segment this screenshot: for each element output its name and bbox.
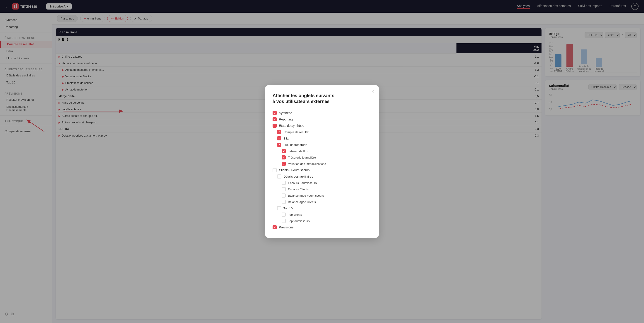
checkbox-etats-synthese[interactable] (272, 124, 277, 128)
label-etats-synthese: États de synthèse (279, 124, 304, 128)
checkbox-encours-fournisseurs[interactable] (282, 181, 286, 185)
modal-item-etats-synthese[interactable]: États de synthèse (272, 122, 372, 129)
modal-item-compte-resultat[interactable]: Compte de résultat (272, 129, 372, 135)
label-top-fournisseurs: Top fournisseurs (288, 219, 310, 223)
label-encours-fournisseurs: Encours Fournisseurs (288, 181, 316, 185)
checkbox-top-fournisseurs[interactable] (282, 219, 286, 223)
checkbox-balance-agee-clients[interactable] (282, 200, 286, 204)
modal-item-balance-agee-clients[interactable]: Balance âgée Clients (272, 199, 372, 205)
checkbox-details-auxiliaires[interactable] (277, 174, 281, 178)
label-details-auxiliaires: Détails des auxiliaires (284, 175, 313, 178)
checkbox-top10[interactable] (277, 206, 281, 210)
checkbox-variation-immobilisations[interactable] (282, 162, 286, 166)
label-bilan: Bilan (284, 137, 290, 140)
label-clients-fournisseurs: Clients / Fournisseurs (279, 168, 310, 172)
label-compte-resultat: Compte de résultat (284, 130, 309, 134)
modal-item-tableau-flux[interactable]: Tableau de flux (272, 148, 372, 154)
modal-item-clients-fournisseurs[interactable]: Clients / Fournisseurs (272, 167, 372, 173)
share-modal: × Afficher les onglets suivantsà vos uti… (265, 85, 379, 238)
checkbox-tresorerie-journaliere[interactable] (282, 156, 286, 160)
modal-item-variation-immobilisations[interactable]: Variation des immobilisations (272, 160, 372, 167)
checkbox-synthese[interactable] (272, 111, 277, 115)
modal-item-tresorerie-journaliere[interactable]: Trésorerie journalière (272, 154, 372, 160)
checkbox-compte-resultat[interactable] (277, 130, 281, 134)
label-tableau-flux: Tableau de flux (288, 150, 308, 153)
label-top-clients: Top clients (288, 213, 302, 216)
checkbox-flux-tresorerie[interactable] (277, 143, 281, 147)
label-balance-agee-fournisseurs: Balance âgée Fournisseurs (288, 194, 324, 197)
checkbox-encours-clients[interactable] (282, 187, 286, 191)
modal-close-button[interactable]: × (372, 89, 374, 94)
modal-item-encours-fournisseurs[interactable]: Encours Fournisseurs (272, 180, 372, 186)
modal-item-details-auxiliaires[interactable]: Détails des auxiliaires (272, 173, 372, 180)
modal-item-synthese[interactable]: Synthèse (272, 110, 372, 116)
modal-item-top10[interactable]: Top 10 (272, 205, 372, 212)
label-synthese: Synthèse (279, 111, 292, 115)
modal-item-encours-clients[interactable]: Encours Clients (272, 186, 372, 192)
modal-item-balance-agee-fournisseurs[interactable]: Balance âgée Fournisseurs (272, 192, 372, 199)
modal-item-flux-tresorerie[interactable]: Flux de trésorerie (272, 142, 372, 148)
checkbox-previsions[interactable] (272, 225, 277, 229)
label-encours-clients: Encours Clients (288, 188, 308, 191)
label-flux-tresorerie: Flux de trésorerie (284, 143, 307, 146)
label-balance-agee-clients: Balance âgée Clients (288, 200, 316, 204)
label-previsions: Prévisions (279, 226, 294, 229)
modal-item-top-fournisseurs[interactable]: Top fournisseurs (272, 218, 372, 224)
label-reporting: Reporting (279, 118, 293, 121)
modal-title: Afficher les onglets suivantsà vos utili… (272, 92, 372, 104)
modal-item-previsions[interactable]: Prévisions (272, 224, 372, 230)
label-tresorerie-journaliere: Trésorerie journalière (288, 156, 316, 159)
label-top10: Top 10 (284, 207, 293, 210)
checkbox-reporting[interactable] (272, 117, 277, 121)
checkbox-balance-agee-fournisseurs[interactable] (282, 194, 286, 198)
modal-item-reporting[interactable]: Reporting (272, 116, 372, 122)
label-variation-immobilisations: Variation des immobilisations (288, 162, 326, 166)
checkbox-tableau-flux[interactable] (282, 149, 286, 153)
checkbox-clients-fournisseurs[interactable] (272, 168, 277, 172)
modal-overlay[interactable]: × Afficher les onglets suivantsà vos uti… (0, 0, 644, 323)
modal-item-top-clients[interactable]: Top clients (272, 212, 372, 218)
modal-item-bilan[interactable]: Bilan (272, 135, 372, 142)
checkbox-bilan[interactable] (277, 136, 281, 140)
checkbox-top-clients[interactable] (282, 212, 286, 216)
